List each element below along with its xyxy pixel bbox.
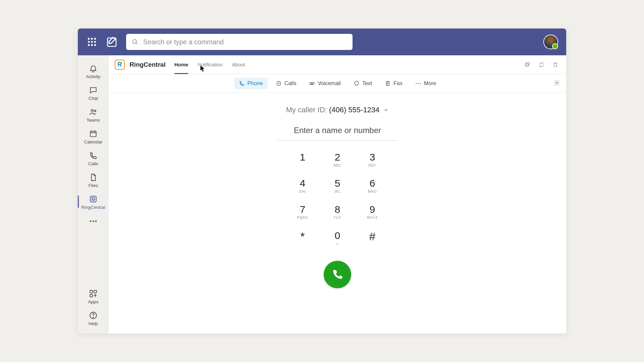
- bell-icon: [89, 64, 98, 73]
- keypad-digit: *: [300, 231, 305, 242]
- rail-more-button[interactable]: [89, 213, 97, 229]
- rail-label: RingCentral: [81, 205, 105, 210]
- chat-icon: [89, 86, 98, 95]
- svg-rect-13: [90, 131, 96, 136]
- keypad-digit: 6: [370, 178, 375, 188]
- svg-rect-24: [526, 62, 529, 65]
- keypad-digit: 5: [335, 178, 340, 188]
- call-button[interactable]: [324, 261, 351, 288]
- search-input[interactable]: [143, 38, 347, 46]
- rail-label: Chat: [89, 96, 98, 101]
- chevron-down-icon: [383, 107, 389, 113]
- svg-point-7: [91, 44, 93, 46]
- svg-point-30: [416, 83, 417, 84]
- rail-label: Activity: [86, 74, 101, 79]
- subtab-text[interactable]: Text: [349, 78, 377, 89]
- keypad-key-5[interactable]: 5JKL: [320, 176, 355, 202]
- svg-point-26: [310, 82, 312, 84]
- fax-icon: [385, 80, 391, 86]
- keypad-letters: MNO: [368, 190, 377, 193]
- keypad-key-8[interactable]: 8TUV: [320, 202, 355, 229]
- svg-point-22: [93, 317, 94, 318]
- keypad: 12ABC3DEF4GHI5JKL6MNO7PQRS8TUV9WXYZ*0+#: [285, 150, 390, 255]
- app-header: R RingCentral Home Notification About: [109, 55, 566, 74]
- svg-point-15: [90, 221, 92, 222]
- keypad-letters: ABC: [333, 164, 341, 167]
- tab-home[interactable]: Home: [174, 55, 189, 74]
- apps-icon: [89, 289, 98, 298]
- delete-button[interactable]: [551, 60, 560, 69]
- rail-item-activity[interactable]: Activity: [78, 60, 109, 82]
- popout-icon: [524, 62, 530, 68]
- subtab-phone[interactable]: Phone: [234, 78, 268, 89]
- tab-notification[interactable]: Notification: [198, 55, 222, 74]
- sub-tabs-row: Phone Calls Voicemail Text: [109, 74, 566, 93]
- svg-rect-19: [94, 290, 97, 293]
- dial-input-placeholder[interactable]: Enter a name or number: [294, 126, 381, 135]
- subtab-label: More: [424, 80, 436, 86]
- search-field[interactable]: [126, 34, 353, 50]
- caller-id-number: (406) 555-1234: [329, 106, 379, 114]
- settings-button[interactable]: [553, 79, 560, 87]
- keypad-letters: DEF: [369, 164, 376, 167]
- rail-item-files[interactable]: Files: [78, 169, 109, 191]
- caller-id-dropdown[interactable]: My caller ID: (406) 555-1234: [286, 106, 389, 114]
- sub-tabs: Phone Calls Voicemail Text: [234, 78, 441, 89]
- ringcentral-icon: [89, 195, 98, 203]
- rail-item-chat[interactable]: Chat: [78, 82, 109, 104]
- keypad-key-0[interactable]: 0+: [320, 229, 355, 255]
- subtab-label: Calls: [284, 80, 297, 86]
- svg-point-28: [355, 81, 359, 85]
- keypad-letters: JKL: [334, 190, 341, 193]
- keypad-key-star[interactable]: *: [285, 229, 320, 255]
- tab-about[interactable]: About: [232, 55, 245, 74]
- phone-icon: [239, 80, 245, 86]
- svg-point-4: [91, 41, 93, 43]
- body: Activity Chat Teams Calendar Calls Files: [78, 55, 566, 334]
- keypad-key-1[interactable]: 1: [285, 150, 320, 176]
- rail-item-calendar[interactable]: Calendar: [78, 125, 109, 147]
- main-panel: R RingCentral Home Notification About: [109, 55, 566, 334]
- dialer-panel: My caller ID: (406) 555-1234 Enter a nam…: [109, 93, 566, 334]
- subtab-calls[interactable]: Calls: [271, 78, 301, 89]
- subtab-label: Fax: [393, 80, 402, 86]
- rail-item-ringcentral[interactable]: RingCentral: [78, 191, 109, 213]
- keypad-key-2[interactable]: 2ABC: [320, 150, 355, 176]
- refresh-button[interactable]: [537, 60, 546, 69]
- svg-point-16: [93, 221, 94, 222]
- keypad-key-6[interactable]: 6MNO: [355, 176, 390, 202]
- rail-label: Help: [89, 321, 98, 326]
- rail-item-calls[interactable]: Calls: [78, 147, 109, 169]
- keypad-digit: 1: [300, 152, 306, 162]
- svg-point-31: [418, 83, 419, 84]
- compose-icon: [106, 36, 118, 48]
- rail-item-apps[interactable]: Apps: [78, 285, 109, 307]
- keypad-key-hash[interactable]: #: [355, 229, 390, 255]
- keypad-key-3[interactable]: 3DEF: [355, 150, 390, 176]
- keypad-key-4[interactable]: 4GHI: [285, 176, 320, 202]
- svg-point-10: [132, 40, 136, 43]
- svg-rect-23: [525, 63, 528, 66]
- svg-point-27: [312, 82, 314, 84]
- compose-button[interactable]: [106, 36, 118, 48]
- keypad-digit: 3: [370, 152, 375, 162]
- svg-point-0: [88, 38, 90, 40]
- user-avatar[interactable]: [543, 35, 558, 49]
- app-title: RingCentral: [129, 61, 166, 68]
- svg-point-32: [420, 83, 421, 84]
- rail-item-help[interactable]: Help: [78, 307, 109, 329]
- subtab-fax[interactable]: Fax: [380, 78, 407, 89]
- gear-icon: [553, 79, 560, 86]
- subtab-more[interactable]: More: [411, 78, 441, 89]
- app-launcher-button[interactable]: [86, 36, 98, 48]
- app-tabs: Home Notification About: [174, 55, 245, 74]
- rail-label: Calendar: [84, 139, 103, 144]
- rail-item-teams[interactable]: Teams: [78, 104, 109, 125]
- keypad-key-7[interactable]: 7PQRS: [285, 202, 320, 229]
- popout-button[interactable]: [523, 60, 532, 69]
- subtab-label: Text: [362, 80, 372, 86]
- subtab-voicemail[interactable]: Voicemail: [304, 78, 345, 89]
- keypad-key-9[interactable]: 9WXYZ: [355, 202, 390, 229]
- keypad-letters: WXYZ: [367, 216, 378, 220]
- svg-point-11: [91, 109, 94, 112]
